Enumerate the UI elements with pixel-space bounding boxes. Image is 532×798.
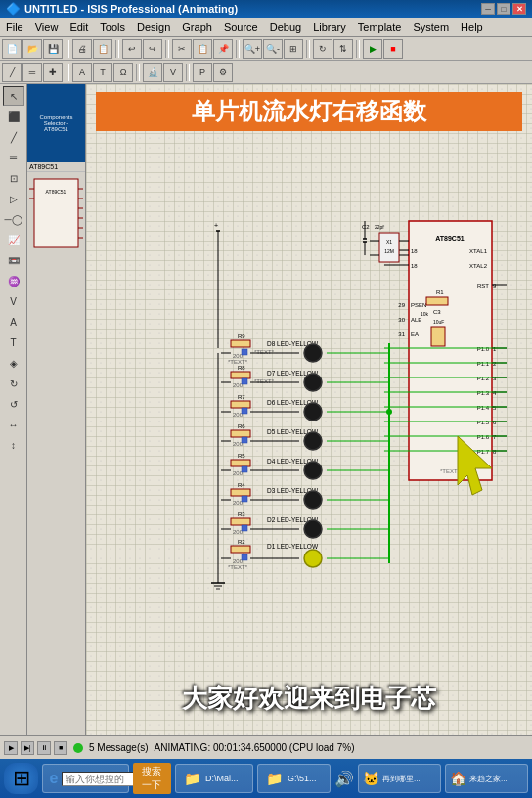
symbol-btn[interactable]: Ω [113,63,133,82]
svg-text:R8: R8 [238,365,245,371]
voltage-probe[interactable]: V [3,291,24,311]
svg-rect-164 [242,466,247,472]
menu-source[interactable]: Source [218,18,264,36]
menu-help[interactable]: Help [455,18,489,36]
subcircuit-tool[interactable]: ⊡ [3,168,24,188]
svg-text:D1  LED-YELLOW: D1 LED-YELLOW [267,543,319,550]
menu-bar: File View Edit Tools Design Graph Source… [0,18,532,37]
tray-item-2[interactable]: 🏠 来趋之家... [445,764,528,793]
bus-btn[interactable]: ═ [22,63,42,82]
flip-btn[interactable]: ⇅ [333,39,353,59]
circuit-subtitle: 大家好欢迎来到电子芯 [96,682,522,716]
stop-btn-status[interactable]: ■ [54,741,67,755]
svg-point-101 [304,403,322,421]
graph-tool[interactable]: 📈 [3,230,24,249]
tray-icon-2: 🏠 [450,771,466,786]
tray-extra-icon[interactable]: 🔊 [334,765,354,792]
save-btn[interactable]: 💾 [43,39,63,59]
stop-btn[interactable]: ■ [383,39,403,59]
text-tool[interactable]: T [3,332,24,352]
wire-tool[interactable]: ╱ [3,127,24,147]
selector-label: Components Selector - AT89C51 [29,112,83,134]
maximize-button[interactable]: □ [497,3,510,15]
text-btn[interactable]: T [93,63,112,82]
run-btn[interactable]: ▶ [363,39,382,59]
svg-text:XTAL2: XTAL2 [469,263,488,269]
menu-edit[interactable]: Edit [64,18,94,36]
rotate-cw[interactable]: ↻ [3,374,24,393]
status-bar: ▶ ▶| ⏸ ■ 5 Message(s) ANIMATING: 00:01:3… [0,735,532,759]
start-button[interactable]: ⊞ [4,763,38,794]
svg-text:R6: R6 [238,423,245,429]
selector-item-1[interactable]: AT89C51 [27,162,85,172]
menu-debug[interactable]: Debug [264,18,307,36]
generator-tool[interactable]: ♒ [3,271,24,290]
tray-item-1[interactable]: 🐱 再到哪里... [358,764,441,793]
print2-btn[interactable]: 📋 [93,39,112,59]
junction-btn[interactable]: ✚ [43,63,63,82]
wire-btn[interactable]: ╱ [2,63,22,82]
svg-text:C3: C3 [433,309,441,315]
toolbar-1: 📄 📂 💾 🖨 📋 ↩ ↪ ✂ 📋 📌 🔍+ 🔍- ⊞ ↻ ⇅ ▶ ■ [0,37,532,61]
svg-rect-128 [231,489,250,496]
fit-btn[interactable]: ⊞ [284,39,303,59]
copy-btn[interactable]: 📋 [193,39,212,59]
svg-text:P1.6: P1.6 [477,434,490,440]
step-btn[interactable]: ▶| [21,741,34,755]
menu-tools[interactable]: Tools [94,18,131,36]
menu-template[interactable]: Template [352,18,408,36]
tray-label-2: 来趋之家... [469,774,508,784]
menu-file[interactable]: File [0,18,29,36]
select-tool[interactable]: ↖ [3,86,24,106]
svg-text:R3: R3 [238,511,245,517]
schematic-canvas[interactable]: 单片机流水灯右移函数 AT89C51 *TEXT* 18 XTAL1 18 XT… [86,84,532,735]
sep8 [136,64,140,81]
tape-tool[interactable]: 📼 [3,250,24,270]
taskbar-item-folder2[interactable]: 📁 G:\51... [257,764,331,793]
tray-icon-1: 🐱 [363,771,379,786]
pick-btn[interactable]: P [193,63,212,82]
menu-view[interactable]: View [29,18,65,36]
ie-taskbar-item[interactable]: e [42,764,128,793]
terminal-tool[interactable]: ▷ [3,189,24,208]
prop-btn[interactable]: ⚙ [213,63,233,82]
label-btn[interactable]: A [72,63,92,82]
paste-btn[interactable]: 📌 [213,39,233,59]
folder2-icon: 📁 [264,769,284,788]
play-btn[interactable]: ▶ [4,741,18,755]
menu-design[interactable]: Design [131,18,176,36]
component-tool[interactable]: ⬛ [3,107,24,126]
close-button[interactable]: ✕ [512,3,526,15]
pause-btn[interactable]: ⏸ [37,741,51,755]
svg-text:R5: R5 [238,453,245,459]
open-btn[interactable]: 📂 [22,39,42,59]
undo-btn[interactable]: ↩ [122,39,142,59]
print-btn[interactable]: 🖨 [72,39,92,59]
menu-library[interactable]: Library [307,18,352,36]
sep6 [356,40,360,58]
menu-system[interactable]: System [407,18,455,36]
volt-btn[interactable]: V [163,63,183,82]
taskbar-search-button[interactable]: 搜索一下 [133,763,171,794]
cut-btn[interactable]: ✂ [172,39,192,59]
flip-v[interactable]: ↕ [3,435,24,455]
new-btn[interactable]: 📄 [2,39,22,59]
bus-tool[interactable]: ═ [3,148,24,167]
pin-tool[interactable]: ─◯ [3,209,24,229]
svg-text:RST: RST [477,283,489,288]
minimize-button[interactable]: ─ [481,3,495,15]
folder1-icon: 📁 [182,769,201,788]
svg-text:P1.0: P1.0 [477,346,490,352]
rotate-ccw[interactable]: ↺ [3,394,24,414]
flip-h[interactable]: ↔ [3,415,24,434]
marker-tool[interactable]: ◈ [3,353,24,373]
svg-rect-62 [379,233,399,262]
menu-graph[interactable]: Graph [176,18,218,36]
redo-btn[interactable]: ↪ [143,39,162,59]
current-probe[interactable]: A [3,312,24,332]
probe-btn[interactable]: 🔬 [143,63,162,82]
rotate-btn[interactable]: ↻ [313,39,332,59]
zoom-out-btn[interactable]: 🔍- [263,39,283,59]
taskbar-item-folder1[interactable]: 📁 D:\Mai... [175,764,253,793]
zoom-in-btn[interactable]: 🔍+ [243,39,262,59]
